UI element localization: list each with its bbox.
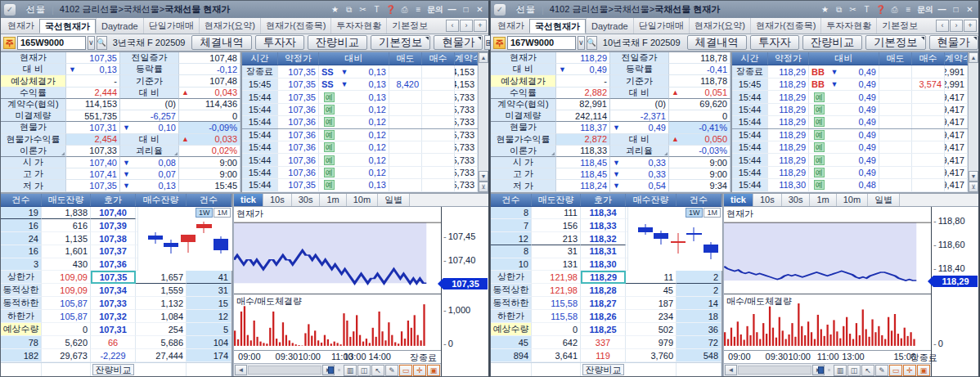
zoom-slider-thumb[interactable] [818, 366, 824, 374]
scroll-left-icon[interactable]: ◄ [725, 365, 737, 375]
tab-add-icon[interactable]: + [474, 20, 487, 32]
inquiry-button[interactable]: 문의 [427, 4, 443, 16]
inquiry-button[interactable]: 문의 [917, 4, 933, 16]
pointer-icon[interactable]: ↖ [861, 365, 874, 376]
trades-scrollbar[interactable]: ▲ ▼ ⊻ [968, 52, 978, 192]
bid-price[interactable]: 107,34 [91, 284, 136, 297]
code-search-button[interactable]: 🔍 [587, 36, 597, 50]
zoom-slider-thumb[interactable] [328, 366, 334, 374]
체결내역-button[interactable]: 체결내역 [191, 35, 251, 50]
zoom-in-icon[interactable]: ✛ [903, 365, 916, 376]
bid-price[interactable]: 107,33 [91, 297, 136, 310]
interval-tab-1m[interactable]: 1m [320, 194, 346, 206]
interval-tab-30s[interactable]: 30s [292, 194, 321, 206]
popout-icon[interactable]: ⧉ [834, 5, 844, 15]
chart-type-icon[interactable]: ▥ [344, 365, 357, 376]
link-icon[interactable]: ✂ [847, 5, 858, 14]
체결내역-button[interactable]: 체결내역 [687, 35, 747, 50]
투자자-button[interactable]: 투자자 [750, 35, 799, 50]
code-dropdown-button[interactable]: ∨ [578, 36, 585, 50]
link-icon[interactable]: ✂ [357, 5, 368, 14]
code-search-button[interactable]: 🔍 [97, 36, 107, 50]
tab-현재가[interactable]: 현재가 [492, 18, 529, 34]
bid-price[interactable]: 118,26 [581, 310, 626, 323]
scroll-up-icon[interactable]: ▲ [479, 52, 488, 63]
chart-plot-column[interactable]: 현재가 매수/매도체결량 09:0009:3010:0011:0013:0015… [724, 207, 932, 376]
interval-tab-10m[interactable]: 10m [347, 194, 378, 206]
scroll-track[interactable] [738, 366, 811, 375]
scroll-down-icon[interactable]: ▼ [479, 171, 488, 182]
maximize-button[interactable]: □ [951, 5, 961, 14]
code-input[interactable] [17, 36, 86, 50]
chart-plot-column[interactable]: 현재가 매수/매도체결량 09:0009:3010:0011:0013:0014… [234, 207, 442, 376]
bid-price[interactable]: 118,25 [581, 323, 626, 336]
close-button[interactable]: ✕ [474, 5, 485, 14]
chart-type-icon[interactable]: ▥ [834, 365, 847, 376]
잔량비교-button[interactable]: 잔량비교 [802, 35, 862, 50]
volume-chart-area[interactable]: 매수/매도체결량 [724, 294, 931, 351]
tab-next-icon[interactable]: › [950, 20, 963, 32]
tooltip-icon[interactable]: ◫ [357, 365, 371, 376]
현물가-button[interactable]: 현물가 [434, 35, 483, 50]
ask-price[interactable]: 118,34 [581, 207, 626, 220]
interval-tab-tick[interactable]: tick [724, 194, 753, 206]
print-icon[interactable]: ⎙ [399, 5, 410, 15]
interval-tab-일별[interactable]: 일별 [378, 194, 410, 206]
price-chart-area[interactable]: 현재가 [234, 207, 441, 294]
code-input[interactable] [507, 36, 576, 50]
interval-tab-일별[interactable]: 일별 [868, 194, 900, 206]
tab-기본정보[interactable]: 기본정보 [386, 18, 433, 34]
list-icon[interactable]: ≡ [413, 5, 424, 14]
text-icon[interactable]: T [861, 5, 872, 14]
tab-현재가(요약)[interactable]: 현재가(요약) [199, 18, 260, 34]
tab-prev-icon[interactable]: ‹ [446, 20, 459, 32]
tab-현재가(요약)[interactable]: 현재가(요약) [689, 18, 750, 34]
tab-국선현재가[interactable]: 국선현재가 [529, 19, 586, 34]
tab-현재가(전종목)[interactable]: 현재가(전종목) [260, 18, 330, 34]
minimize-button[interactable]: — [447, 5, 457, 14]
trades-scrollbar[interactable]: ▲ ▼ ⊻ [478, 52, 488, 192]
interval-tab-tick[interactable]: tick [234, 194, 263, 206]
tab-Daytrade[interactable]: Daytrade [96, 18, 143, 34]
interval-tab-10s[interactable]: 10s [263, 194, 292, 206]
interval-tab-10m[interactable]: 10m [837, 194, 868, 206]
ask-price[interactable]: 118,33 [581, 219, 626, 232]
list-icon[interactable]: ≡ [903, 5, 914, 14]
tab-국선현재가[interactable]: 국선현재가 [39, 19, 96, 34]
scroll-track[interactable] [248, 366, 321, 375]
interval-tab-30s[interactable]: 30s [782, 194, 811, 206]
area-select-icon[interactable]: ▣ [427, 365, 440, 376]
bid-price[interactable]: 107,31 [91, 323, 136, 336]
scroll-left-icon[interactable]: ◄ [235, 365, 247, 375]
close-button[interactable]: ✕ [964, 5, 975, 14]
pointer-icon[interactable]: ↖ [371, 365, 384, 376]
ask-price[interactable]: 118,31 [581, 245, 626, 258]
pen-icon[interactable]: ✎ [875, 365, 888, 376]
현물가-button[interactable]: 현물가 [929, 35, 978, 50]
ask-price[interactable]: 107,36 [91, 258, 136, 272]
ask-price[interactable]: 107,37 [91, 245, 136, 258]
zoom-out-icon[interactable]: ▭ [889, 365, 902, 376]
area-select-icon[interactable]: ▣ [917, 365, 930, 376]
depth-compare-button[interactable]: 잔량비교 [92, 364, 134, 375]
maximize-button[interactable]: □ [461, 5, 471, 14]
ask-price[interactable]: 107,40 [91, 207, 136, 220]
tab-투자자현황[interactable]: 투자자현황 [330, 18, 386, 34]
tab-현재가(전종목)[interactable]: 현재가(전종목) [750, 18, 820, 34]
scroll-up-icon[interactable]: ▲ [969, 52, 978, 63]
favorite-icon[interactable]: ★ [820, 5, 830, 14]
tab-prev-icon[interactable]: ‹ [936, 20, 949, 32]
tab-기본정보[interactable]: 기본정보 [876, 18, 923, 34]
zoom-slider[interactable] [338, 369, 340, 371]
기본정보-button[interactable]: 기본정보 [865, 35, 925, 50]
interval-tab-10s[interactable]: 10s [753, 194, 782, 206]
잔량비교-button[interactable]: 잔량비교 [308, 35, 367, 50]
tooltip-icon[interactable]: ◫ [847, 365, 861, 376]
scroll-end-icon[interactable]: ⊻ [969, 182, 978, 192]
print-icon[interactable]: ⎙ [889, 5, 900, 15]
tab-투자자현황[interactable]: 투자자현황 [820, 18, 876, 34]
tab-next-icon[interactable]: › [460, 20, 473, 32]
bid-price[interactable]: 118,27 [581, 297, 626, 310]
popout-icon[interactable]: ⧉ [344, 5, 354, 15]
bid-price[interactable]: 118,28 [581, 284, 626, 297]
